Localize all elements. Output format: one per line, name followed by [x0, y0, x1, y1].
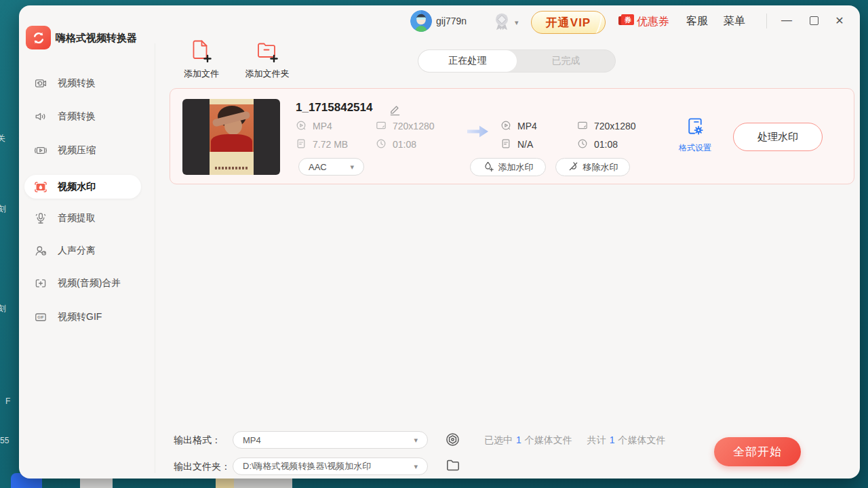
sidebar-item-voice-separate[interactable]: 人声分离 — [24, 239, 141, 263]
video-watermark-icon — [34, 180, 47, 194]
video-format-icon — [500, 120, 511, 133]
close-button[interactable]: ✕ — [830, 11, 849, 30]
sidebar-item-audio-extract[interactable]: 音频提取 — [24, 206, 141, 230]
sidebar-item-label: 视频水印 — [58, 181, 96, 193]
badge-caret-down-icon[interactable]: ▾ — [515, 18, 519, 27]
format-settings-button[interactable]: 格式设置 — [675, 116, 715, 154]
target-format-cell: MP4 — [500, 120, 537, 132]
sidebar-item-label: 视频转GIF — [58, 311, 102, 323]
video-format-icon — [296, 120, 307, 133]
desktop-icon-label-fragment: 刻 — [0, 203, 6, 215]
caret-down-icon: ▾ — [350, 163, 354, 171]
remove-watermark-button[interactable]: 移除水印 — [555, 158, 630, 176]
sidebar-item-video-convert[interactable]: 视频转换 — [24, 71, 141, 96]
media-file-card: 1_1715842514 MP4 488x868 — [170, 88, 854, 184]
app-logo — [26, 26, 51, 49]
total-count: 1 — [610, 434, 615, 447]
start-all-button[interactable]: 全部开始 — [714, 437, 801, 466]
rename-pencil-icon[interactable] — [389, 103, 401, 119]
output-format-dropdown[interactable]: MP4 ▾ — [233, 431, 428, 449]
add-watermark-button[interactable]: 添加水印 — [470, 158, 546, 176]
maximize-button[interactable] — [804, 11, 823, 30]
menu-button[interactable]: 菜单 — [724, 14, 745, 28]
sidebar-item-label: 视频转换 — [58, 77, 96, 89]
app-window: gij779n ▾ 开通VIP 券 优惠券 客服 菜单 — ✕ — [19, 5, 860, 479]
media-merge-icon — [34, 277, 47, 290]
format-settings-icon — [686, 116, 705, 140]
screen-icon — [577, 120, 588, 133]
add-file-button[interactable]: 添加文件 — [182, 39, 221, 80]
selected-count: 1 — [516, 434, 521, 447]
caret-down-icon: ▾ — [414, 436, 418, 445]
caret-down-icon: ▾ — [414, 462, 418, 471]
add-folder-button[interactable]: 添加文件夹 — [241, 39, 293, 80]
source-duration-cell: 01:08 — [376, 138, 416, 150]
audio-extract-icon — [34, 211, 47, 225]
coupon-ticket-icon: 券 — [618, 14, 634, 30]
tab-processing[interactable]: 正在处理 — [418, 50, 517, 72]
open-vip-button[interactable]: 开通VIP — [531, 11, 606, 34]
sidebar-item-video-watermark[interactable]: 视频水印 — [24, 175, 141, 199]
maximize-icon — [810, 16, 818, 25]
thumbnail-frame — [210, 99, 254, 175]
minimize-button[interactable]: — — [777, 11, 796, 30]
open-folder-icon[interactable] — [446, 458, 460, 475]
titlebar-divider — [766, 14, 767, 28]
source-format-cell: MP4 — [296, 120, 332, 132]
sidebar-item-media-merge[interactable]: 视频(音频)合并 — [24, 271, 141, 296]
user-avatar[interactable] — [410, 10, 432, 32]
svg-text:券: 券 — [625, 16, 632, 24]
add-folder-label: 添加文件夹 — [245, 68, 290, 80]
coupon-button[interactable]: 券 优惠券 — [618, 14, 669, 30]
selection-status: 已选中1个媒体文件 共计1个媒体文件 — [484, 434, 666, 447]
target-size-cell: N/A — [500, 138, 533, 150]
source-size-cell: 7.72 MB — [296, 138, 348, 150]
audio-codec-dropdown[interactable]: AAC ▾ — [298, 158, 364, 176]
sidebar-item-label: 视频压缩 — [58, 144, 96, 157]
coupon-label: 优惠券 — [637, 15, 669, 29]
output-format-value: MP4 — [243, 435, 261, 445]
output-folder-dropdown[interactable]: D:\嗨格式视频转换器\视频加水印 ▾ — [233, 458, 428, 475]
sidebar-divider — [155, 43, 155, 473]
sidebar-item-label: 视频(音频)合并 — [58, 277, 121, 289]
target-duration-cell: 01:08 — [577, 138, 618, 150]
clock-icon — [376, 138, 387, 151]
add-file-label: 添加文件 — [184, 68, 219, 80]
audio-convert-icon — [34, 110, 47, 123]
file-size-icon — [500, 138, 511, 151]
output-folder-value: D:\嗨格式视频转换器\视频加水印 — [243, 460, 371, 472]
app-title: 嗨格式视频转换器 — [56, 32, 137, 45]
sidebar-item-label: 人声分离 — [58, 245, 96, 257]
queue-tabs: 正在处理 已完成 — [418, 49, 616, 73]
sidebar-item-video-compress[interactable]: 视频压缩 — [24, 138, 141, 163]
svg-text:GIF: GIF — [37, 315, 44, 319]
file-size-icon — [296, 138, 307, 151]
convert-arrow-icon — [466, 123, 490, 143]
video-compress-icon — [34, 144, 47, 157]
sidebar-item-video-to-gif[interactable]: GIF 视频转GIF — [24, 305, 141, 329]
sidebar-item-label: 音频提取 — [58, 212, 96, 224]
video-thumbnail[interactable] — [182, 99, 280, 175]
clock-icon — [577, 138, 588, 151]
desktop-icon-label-fragment: 刻 — [0, 303, 6, 314]
member-badge-icon[interactable] — [490, 9, 513, 37]
thumbnail-caption-smudge — [215, 167, 248, 169]
customer-service-button[interactable]: 客服 — [686, 14, 708, 28]
sidebar-item-label: 音频转换 — [58, 110, 96, 123]
sidebar-item-audio-convert[interactable]: 音频转换 — [24, 104, 141, 129]
output-folder-label: 输出文件夹： — [174, 461, 231, 473]
tab-completed[interactable]: 已完成 — [517, 50, 615, 72]
desktop-icon-label-fragment: 关 — [0, 133, 5, 144]
format-settings-label: 格式设置 — [679, 142, 711, 154]
desktop-icon-label-fragment: 55 — [0, 436, 9, 445]
watermark-remove-icon — [568, 161, 579, 174]
output-format-label: 输出格式： — [174, 434, 221, 447]
process-watermark-button[interactable]: 处理水印 — [733, 123, 823, 151]
video-to-gif-icon: GIF — [34, 310, 47, 324]
audio-codec-value: AAC — [309, 162, 327, 172]
voice-separate-icon — [34, 244, 47, 258]
add-file-icon — [191, 39, 212, 65]
thumbnail-photo — [210, 104, 254, 152]
format-gear-icon[interactable] — [445, 432, 460, 450]
video-convert-icon — [34, 77, 47, 90]
